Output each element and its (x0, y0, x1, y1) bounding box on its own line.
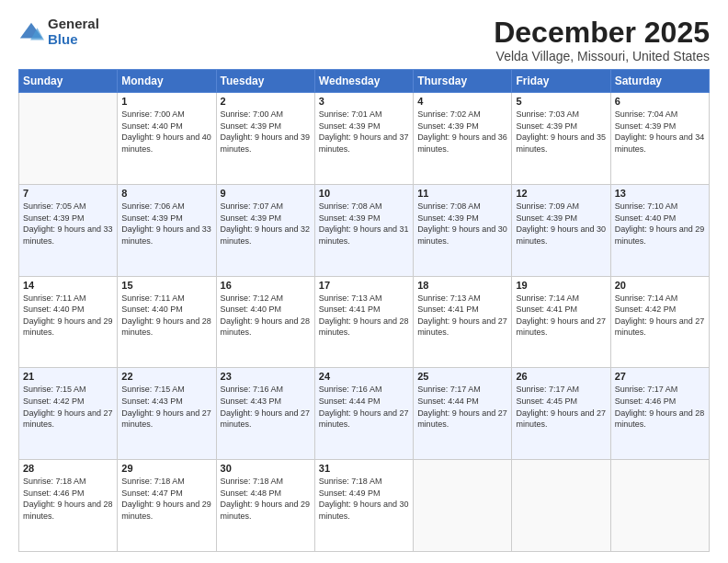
sunset-label: Sunset: 4:39 PM (615, 121, 677, 131)
sunset-label: Sunset: 4:39 PM (516, 121, 577, 131)
sunset-label: Sunset: 4:44 PM (417, 396, 479, 406)
sunrise-label: Sunrise: 7:11 AM (121, 293, 185, 303)
day-number: 26 (516, 371, 606, 382)
day-number: 2 (221, 96, 311, 107)
day-number: 5 (516, 96, 606, 107)
table-row (19, 93, 118, 185)
daylight-label: Daylight: 9 hours and 32 minutes. (221, 224, 311, 246)
logo: General Blue (18, 17, 99, 47)
sunset-label: Sunset: 4:44 PM (319, 396, 381, 406)
sunrise-label: Sunrise: 7:14 AM (615, 293, 678, 303)
sunrise-label: Sunrise: 7:10 AM (615, 201, 678, 211)
header: General Blue December 2025 Velda Village… (18, 17, 710, 63)
sunrise-label: Sunrise: 7:18 AM (121, 477, 185, 486)
table-row (610, 460, 709, 552)
table-row: 8 Sunrise: 7:06 AM Sunset: 4:39 PM Dayli… (118, 184, 216, 276)
table-row: 26 Sunrise: 7:17 AM Sunset: 4:45 PM Dayl… (512, 368, 610, 460)
logo-blue-label: Blue (48, 32, 99, 48)
daylight-label: Daylight: 9 hours and 28 minutes. (319, 316, 409, 338)
day-number: 22 (121, 371, 211, 382)
day-number: 1 (121, 96, 211, 107)
sunrise-label: Sunrise: 7:00 AM (121, 109, 185, 119)
day-number: 11 (417, 188, 507, 199)
sunset-label: Sunset: 4:40 PM (615, 213, 677, 223)
table-row: 7 Sunrise: 7:05 AM Sunset: 4:39 PM Dayli… (19, 184, 118, 276)
day-number: 8 (121, 188, 211, 199)
table-row: 29 Sunrise: 7:18 AM Sunset: 4:47 PM Dayl… (118, 460, 216, 552)
calendar-week-row: 21 Sunrise: 7:15 AM Sunset: 4:42 PM Dayl… (19, 368, 710, 460)
day-number: 17 (319, 280, 409, 291)
day-info: Sunrise: 7:07 AM Sunset: 4:39 PM Dayligh… (221, 201, 311, 247)
day-number: 21 (23, 371, 113, 382)
sunrise-label: Sunrise: 7:00 AM (221, 109, 284, 119)
sunrise-label: Sunrise: 7:18 AM (23, 477, 86, 486)
col-friday: Friday (512, 70, 610, 93)
table-row: 28 Sunrise: 7:18 AM Sunset: 4:46 PM Dayl… (19, 460, 118, 552)
sunrise-label: Sunrise: 7:14 AM (516, 293, 579, 303)
daylight-label: Daylight: 9 hours and 27 minutes. (615, 316, 705, 338)
sunset-label: Sunset: 4:42 PM (23, 396, 85, 406)
col-wednesday: Wednesday (314, 70, 413, 93)
sunset-label: Sunset: 4:47 PM (121, 488, 183, 498)
sunrise-label: Sunrise: 7:13 AM (417, 293, 481, 303)
daylight-label: Daylight: 9 hours and 33 minutes. (121, 224, 211, 246)
daylight-label: Daylight: 9 hours and 29 minutes. (221, 500, 311, 521)
table-row: 10 Sunrise: 7:08 AM Sunset: 4:39 PM Dayl… (314, 184, 413, 276)
daylight-label: Daylight: 9 hours and 33 minutes. (23, 224, 113, 246)
day-info: Sunrise: 7:17 AM Sunset: 4:44 PM Dayligh… (417, 384, 507, 430)
day-info: Sunrise: 7:15 AM Sunset: 4:43 PM Dayligh… (121, 384, 211, 430)
day-info: Sunrise: 7:03 AM Sunset: 4:39 PM Dayligh… (516, 109, 606, 155)
sunrise-label: Sunrise: 7:07 AM (221, 201, 284, 211)
day-info: Sunrise: 7:05 AM Sunset: 4:39 PM Dayligh… (23, 201, 113, 247)
table-row: 2 Sunrise: 7:00 AM Sunset: 4:39 PM Dayli… (216, 93, 314, 185)
day-info: Sunrise: 7:16 AM Sunset: 4:44 PM Dayligh… (319, 384, 409, 430)
daylight-label: Daylight: 9 hours and 27 minutes. (319, 408, 409, 430)
main-title: December 2025 (494, 17, 710, 49)
table-row: 5 Sunrise: 7:03 AM Sunset: 4:39 PM Dayli… (512, 93, 610, 185)
sunset-label: Sunset: 4:39 PM (319, 121, 381, 131)
daylight-label: Daylight: 9 hours and 29 minutes. (121, 500, 211, 521)
sunset-label: Sunset: 4:39 PM (221, 121, 282, 131)
daylight-label: Daylight: 9 hours and 29 minutes. (23, 316, 113, 338)
table-row: 11 Sunrise: 7:08 AM Sunset: 4:39 PM Dayl… (414, 184, 512, 276)
day-number: 27 (615, 371, 705, 382)
sunset-label: Sunset: 4:43 PM (221, 396, 282, 406)
table-row: 12 Sunrise: 7:09 AM Sunset: 4:39 PM Dayl… (512, 184, 610, 276)
calendar-table: Sunday Monday Tuesday Wednesday Thursday… (18, 69, 710, 552)
sunset-label: Sunset: 4:41 PM (417, 304, 479, 314)
sunrise-label: Sunrise: 7:13 AM (319, 293, 382, 303)
day-info: Sunrise: 7:18 AM Sunset: 4:46 PM Dayligh… (23, 476, 113, 522)
day-info: Sunrise: 7:13 AM Sunset: 4:41 PM Dayligh… (319, 293, 409, 339)
sunset-label: Sunset: 4:39 PM (516, 213, 577, 223)
sunrise-label: Sunrise: 7:15 AM (23, 385, 86, 394)
table-row: 4 Sunrise: 7:02 AM Sunset: 4:39 PM Dayli… (414, 93, 512, 185)
table-row: 23 Sunrise: 7:16 AM Sunset: 4:43 PM Dayl… (216, 368, 314, 460)
sunset-label: Sunset: 4:40 PM (221, 304, 282, 314)
sunset-label: Sunset: 4:39 PM (417, 213, 479, 223)
day-info: Sunrise: 7:08 AM Sunset: 4:39 PM Dayligh… (319, 201, 409, 247)
sunset-label: Sunset: 4:39 PM (23, 213, 85, 223)
day-number: 19 (516, 280, 606, 291)
sunset-label: Sunset: 4:43 PM (121, 396, 183, 406)
sunset-label: Sunset: 4:40 PM (121, 304, 183, 314)
table-row: 22 Sunrise: 7:15 AM Sunset: 4:43 PM Dayl… (118, 368, 216, 460)
logo-general-label: General (48, 17, 99, 32)
day-number: 15 (121, 280, 211, 291)
sunset-label: Sunset: 4:39 PM (221, 213, 282, 223)
sunset-label: Sunset: 4:39 PM (319, 213, 381, 223)
daylight-label: Daylight: 9 hours and 28 minutes. (121, 316, 211, 338)
daylight-label: Daylight: 9 hours and 28 minutes. (615, 408, 705, 430)
calendar-week-row: 1 Sunrise: 7:00 AM Sunset: 4:40 PM Dayli… (19, 93, 710, 185)
daylight-label: Daylight: 9 hours and 27 minutes. (221, 408, 311, 430)
table-row: 15 Sunrise: 7:11 AM Sunset: 4:40 PM Dayl… (118, 276, 216, 368)
sunrise-label: Sunrise: 7:17 AM (615, 385, 678, 394)
daylight-label: Daylight: 9 hours and 37 minutes. (319, 132, 409, 154)
sunrise-label: Sunrise: 7:18 AM (221, 477, 284, 486)
daylight-label: Daylight: 9 hours and 39 minutes. (221, 132, 311, 154)
daylight-label: Daylight: 9 hours and 27 minutes. (417, 316, 507, 338)
sunset-label: Sunset: 4:40 PM (121, 121, 183, 131)
sunset-label: Sunset: 4:41 PM (516, 304, 577, 314)
sunrise-label: Sunrise: 7:05 AM (23, 201, 86, 211)
calendar-week-row: 28 Sunrise: 7:18 AM Sunset: 4:46 PM Dayl… (19, 460, 710, 552)
daylight-label: Daylight: 9 hours and 40 minutes. (121, 132, 211, 154)
